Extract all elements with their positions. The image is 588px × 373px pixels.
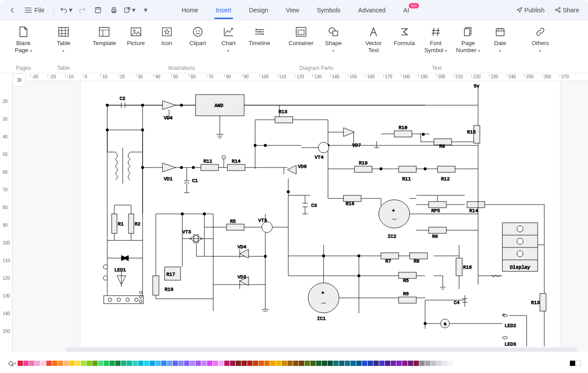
font-symbol-button[interactable]: Font Symbol ▾ — [422, 23, 450, 56]
tab-home[interactable]: Home — [175, 1, 205, 19]
save-button[interactable] — [91, 3, 105, 17]
color-swatch[interactable] — [322, 361, 327, 366]
color-swatch[interactable] — [138, 361, 143, 366]
tab-insert[interactable]: Insert — [209, 1, 238, 19]
color-swatch[interactable] — [391, 361, 396, 366]
color-swatch[interactable] — [576, 361, 581, 366]
share-button[interactable]: Share — [551, 5, 583, 15]
color-swatch[interactable] — [150, 361, 155, 366]
chart-button[interactable]: Chart▾ — [215, 23, 242, 56]
picture-button[interactable]: Picture — [122, 23, 150, 49]
color-swatch[interactable] — [75, 361, 80, 366]
tab-symbols[interactable]: Symbols — [310, 1, 348, 19]
redo-button[interactable] — [75, 3, 89, 17]
table-button[interactable]: Table▾ — [50, 23, 77, 56]
color-swatch[interactable] — [29, 361, 34, 366]
tab-advanced[interactable]: Advanced — [351, 1, 392, 19]
file-menu[interactable]: File — [21, 5, 48, 15]
horizontal-scrollbar[interactable] — [65, 347, 577, 352]
publish-button[interactable]: Publish — [513, 5, 548, 15]
export-button[interactable]: ▾ — [123, 3, 137, 17]
color-swatch[interactable] — [64, 361, 69, 366]
color-swatch[interactable] — [201, 361, 207, 366]
page-number-button[interactable]: Page Number ▾ — [453, 23, 483, 56]
color-swatch[interactable] — [81, 361, 86, 366]
color-swatch[interactable] — [173, 361, 178, 366]
color-swatch[interactable] — [155, 361, 161, 366]
more-button[interactable]: ▾ — [139, 3, 153, 17]
color-swatch[interactable] — [345, 361, 350, 366]
color-swatch[interactable] — [224, 361, 230, 366]
color-swatch[interactable] — [58, 361, 63, 366]
print-button[interactable] — [107, 3, 121, 17]
color-swatch[interactable] — [213, 361, 218, 366]
color-swatch[interactable] — [109, 361, 115, 366]
color-swatch[interactable] — [144, 361, 149, 366]
color-swatch[interactable] — [196, 361, 201, 366]
color-swatch[interactable] — [448, 361, 453, 366]
color-swatch[interactable] — [41, 361, 46, 366]
color-swatch[interactable] — [339, 361, 344, 366]
color-swatch[interactable] — [161, 361, 166, 366]
color-swatch[interactable] — [87, 361, 92, 366]
date-button[interactable]: Date▾ — [486, 23, 514, 56]
circuit-diagram[interactable]: C2 VD4 AND 5v — [81, 81, 560, 352]
color-swatch[interactable] — [104, 361, 109, 366]
color-swatch[interactable] — [293, 361, 298, 366]
color-swatch[interactable] — [52, 361, 57, 366]
color-swatch[interactable] — [437, 361, 442, 366]
color-swatch[interactable] — [190, 361, 195, 366]
vector-text-button[interactable]: Vector Text — [360, 23, 387, 56]
color-swatch[interactable] — [385, 361, 390, 366]
color-swatch[interactable] — [373, 361, 379, 366]
icon-button[interactable]: Icon — [153, 23, 181, 49]
color-swatch[interactable] — [115, 361, 121, 366]
color-swatch[interactable] — [35, 361, 40, 366]
others-button[interactable]: Others▾ — [527, 23, 554, 56]
color-swatch[interactable] — [333, 361, 339, 366]
canvas[interactable]: C2 VD4 AND 5v — [12, 81, 588, 352]
color-swatch[interactable] — [253, 361, 258, 366]
color-swatch[interactable] — [18, 361, 23, 366]
color-swatch[interactable] — [396, 361, 402, 366]
color-swatch[interactable] — [431, 361, 436, 366]
color-swatch[interactable] — [419, 361, 425, 366]
color-swatch[interactable] — [259, 361, 264, 366]
back-button[interactable] — [5, 3, 19, 17]
color-swatch[interactable] — [299, 361, 304, 366]
color-swatch[interactable] — [328, 361, 333, 366]
color-swatch[interactable] — [230, 361, 235, 366]
color-swatch[interactable] — [247, 361, 253, 366]
color-swatch[interactable] — [368, 361, 373, 366]
shape-button[interactable]: Shape▾ — [320, 23, 347, 56]
color-swatch[interactable] — [69, 361, 75, 366]
fill-bucket-icon[interactable]: ▾ — [7, 359, 16, 368]
tab-view[interactable]: View — [279, 1, 306, 19]
color-swatch[interactable] — [408, 361, 413, 366]
color-swatch[interactable] — [23, 361, 29, 366]
container-button[interactable]: Container — [286, 23, 316, 49]
color-swatch[interactable] — [270, 361, 275, 366]
color-swatch[interactable] — [316, 361, 321, 366]
color-swatch[interactable] — [442, 361, 448, 366]
color-swatch[interactable] — [402, 361, 407, 366]
undo-button[interactable]: ▾ — [59, 3, 73, 17]
color-swatch[interactable] — [425, 361, 430, 366]
color-swatch[interactable] — [46, 361, 52, 366]
color-swatch[interactable] — [287, 361, 293, 366]
color-swatch[interactable] — [310, 361, 316, 366]
color-swatch[interactable] — [356, 361, 362, 366]
color-swatch[interactable] — [379, 361, 384, 366]
color-swatch[interactable] — [236, 361, 241, 366]
color-swatch[interactable] — [178, 361, 184, 366]
blank-page-button[interactable]: Blank Page ▾ — [10, 23, 37, 56]
color-swatch[interactable] — [121, 361, 126, 366]
color-swatch[interactable] — [362, 361, 367, 366]
color-swatch[interactable] — [282, 361, 287, 366]
color-swatch[interactable] — [184, 361, 189, 366]
color-swatch[interactable] — [241, 361, 247, 366]
timeline-button[interactable]: Timeline — [246, 23, 273, 49]
color-swatch[interactable] — [276, 361, 281, 366]
color-swatch[interactable] — [132, 361, 138, 366]
expand-panel-button[interactable] — [12, 81, 26, 87]
